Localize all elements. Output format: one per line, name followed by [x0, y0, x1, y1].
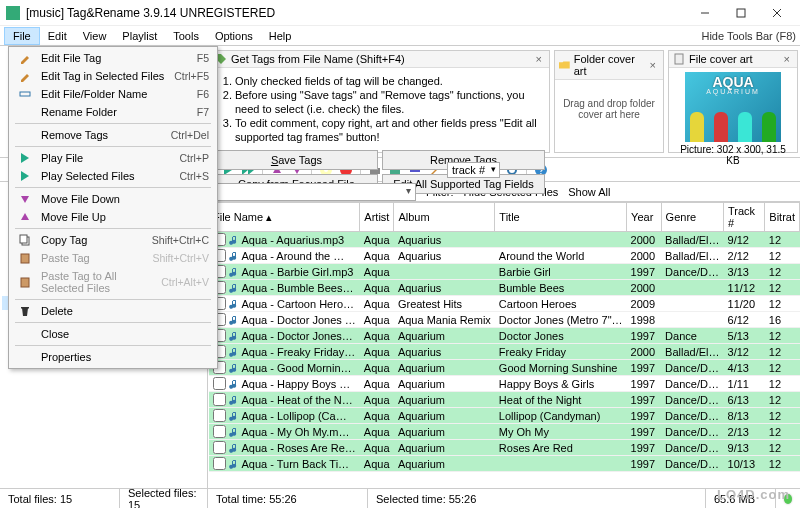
svg-rect-0 [6, 6, 20, 20]
window-title: [music] Tag&Rename 3.9.14 UNREGISTERED [26, 6, 688, 20]
maximize-button[interactable] [724, 2, 758, 24]
column-header[interactable]: Track # [724, 203, 765, 232]
column-header[interactable]: Bitrat [765, 203, 800, 232]
row-checkbox[interactable] [213, 457, 226, 470]
cover-art-image[interactable]: AQUA AQUARIUM [685, 72, 781, 142]
filter-combo[interactable] [216, 183, 416, 201]
column-header[interactable]: Year [627, 203, 662, 232]
menu-item[interactable]: Rename FolderF7 [11, 103, 215, 121]
cover-art-info: Picture: 302 x 300, 31.5 KB [673, 144, 793, 166]
rename-icon [17, 88, 33, 100]
track-number-combo[interactable]: track # [447, 162, 500, 178]
paste-icon [17, 252, 33, 264]
table-row[interactable]: Aqua - Bumble Bees…AquaAquariusBumble Be… [209, 280, 800, 296]
table-row[interactable]: Aqua - Roses Are Re…AquaAquariumRoses Ar… [209, 440, 800, 456]
status-bar: Total files: 15 Selected files: 15 Total… [0, 488, 800, 508]
menu-options[interactable]: Options [207, 28, 261, 44]
hide-tools-bar-link[interactable]: Hide Tools Bar (F8) [701, 30, 796, 42]
table-row[interactable]: Aqua - Good Mornin…AquaAquariumGood Morn… [209, 360, 800, 376]
menu-view[interactable]: View [75, 28, 115, 44]
file-grid[interactable]: File Name ▴ArtistAlbumTitleYearGenreTrac… [208, 202, 800, 488]
play-g-icon [17, 170, 33, 182]
table-row[interactable]: Aqua - Doctor Jones …AquaAqua Mania Remi… [209, 312, 800, 328]
menu-item[interactable]: Edit Tag in Selected FilesCtrl+F5 [11, 67, 215, 85]
column-header[interactable]: Genre [661, 203, 723, 232]
tag-panel-close-icon[interactable]: × [533, 53, 545, 65]
menu-item: Paste TagShift+Ctrl+V [11, 249, 215, 267]
table-row[interactable]: Aqua - Around the …AquaAquariusAround th… [209, 248, 800, 264]
menu-item[interactable]: Move File Up [11, 208, 215, 226]
file-cover-close-icon[interactable]: × [781, 53, 793, 65]
row-checkbox[interactable] [213, 425, 226, 438]
column-header[interactable]: File Name ▴ [209, 203, 360, 232]
menu-item[interactable]: Close [11, 325, 215, 343]
tag-panel-title: Get Tags from File Name (Shift+F4) [231, 53, 405, 65]
menu-item: Paste Tag to All Selected FilesCtrl+Alt+… [11, 267, 215, 297]
status-selected-files: Selected files: 15 [120, 489, 208, 508]
app-icon [6, 6, 20, 20]
row-checkbox[interactable] [213, 393, 226, 406]
table-row[interactable]: Aqua - Doctor Jones…AquaAquariumDoctor J… [209, 328, 800, 344]
menu-item[interactable]: Play Selected FilesCtrl+S [11, 167, 215, 185]
menu-item[interactable]: Remove TagsCtrl+Del [11, 126, 215, 144]
row-checkbox[interactable] [213, 377, 226, 390]
column-header[interactable]: Artist [360, 203, 394, 232]
file-menu-dropdown: Edit File TagF5Edit Tag in Selected File… [8, 46, 218, 369]
folder-cover-close-icon[interactable]: × [647, 59, 659, 71]
status-total-files: Total files: 15 [0, 489, 120, 508]
watermark: LO4D.com [717, 487, 790, 502]
row-checkbox[interactable] [213, 409, 226, 422]
svg-rect-16 [20, 92, 30, 96]
tri-dn-icon [17, 193, 33, 205]
folder-icon [559, 59, 570, 71]
minimize-button[interactable] [688, 2, 722, 24]
menu-item[interactable]: Move File Down [11, 190, 215, 208]
menu-item[interactable]: Play FileCtrl+P [11, 149, 215, 167]
table-row[interactable]: Aqua - Freaky Friday…AquaAquariusFreaky … [209, 344, 800, 360]
table-row[interactable]: Aqua - Lollipop (Ca…AquaAquariumLollipop… [209, 408, 800, 424]
table-row[interactable]: Aqua - My Oh My.m…AquaAquariumMy Oh My19… [209, 424, 800, 440]
menu-item[interactable]: Edit File TagF5 [11, 49, 215, 67]
table-row[interactable]: Aqua - Happy Boys …AquaAquariumHappy Boy… [209, 376, 800, 392]
file-cover-panel: File cover art × AQUA AQUARIUM Picture: … [668, 50, 798, 153]
menu-help[interactable]: Help [261, 28, 300, 44]
close-button[interactable] [760, 2, 794, 24]
file-icon [673, 53, 685, 65]
menu-item[interactable]: Delete [11, 302, 215, 320]
table-row[interactable]: Aqua - Heat of the N…AquaAquariumHeat of… [209, 392, 800, 408]
menu-item[interactable]: Copy TagShift+Ctrl+C [11, 231, 215, 249]
status-total-time: Total time: 55:26 [208, 489, 368, 508]
svg-rect-20 [21, 278, 29, 287]
svg-rect-18 [20, 235, 27, 243]
menu-item[interactable]: Properties [11, 348, 215, 366]
trash-icon [17, 305, 33, 317]
menu-playlist[interactable]: Playlist [114, 28, 165, 44]
menu-bar: File Edit View Playlist Tools Options He… [0, 26, 800, 46]
title-bar: [music] Tag&Rename 3.9.14 UNREGISTERED [0, 0, 800, 26]
menu-tools[interactable]: Tools [165, 28, 207, 44]
pencil-icon [17, 70, 33, 82]
file-cover-title: File cover art [689, 53, 753, 65]
menu-item[interactable]: Edit File/Folder NameF6 [11, 85, 215, 103]
paste-icon [17, 276, 33, 288]
folder-cover-panel: Folder cover art × Drag and drop folder … [554, 50, 664, 153]
play-g-icon [17, 152, 33, 164]
show-all-button[interactable]: Show All [568, 186, 610, 198]
svg-rect-2 [737, 9, 745, 17]
table-row[interactable]: Aqua - Turn Back Ti…AquaAquarium1997Danc… [209, 456, 800, 472]
table-row[interactable]: Aqua - Cartoon Hero…AquaGreatest HitsCar… [209, 296, 800, 312]
tag-from-filename-panel: Get Tags from File Name (Shift+F4) × Onl… [210, 50, 550, 153]
tri-up-icon [17, 211, 33, 223]
svg-rect-5 [675, 54, 683, 64]
menu-file[interactable]: File [4, 27, 40, 45]
column-header[interactable]: Title [495, 203, 627, 232]
menu-edit[interactable]: Edit [40, 28, 75, 44]
tag-instructions: Only checked fields of tag will be chang… [215, 72, 545, 146]
table-row[interactable]: Aqua - Barbie Girl.mp3AquaBarbie Girl199… [209, 264, 800, 280]
save-tags-button[interactable]: Save Tags [215, 150, 378, 170]
row-checkbox[interactable] [213, 441, 226, 454]
column-header[interactable]: Album [394, 203, 495, 232]
table-row[interactable]: Aqua - Aquarius.mp3AquaAquarius2000Balla… [209, 232, 800, 248]
pencil-icon [17, 52, 33, 64]
svg-rect-19 [21, 254, 29, 263]
